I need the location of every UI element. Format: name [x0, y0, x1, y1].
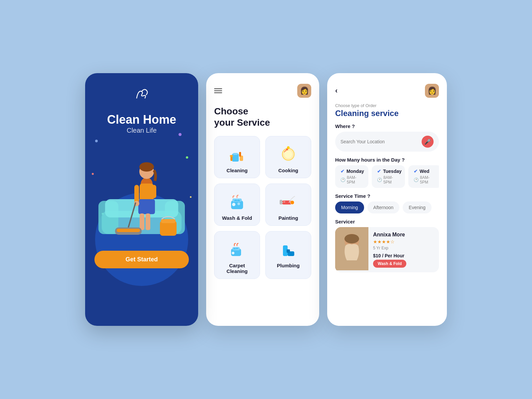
painting-icon: [278, 191, 299, 212]
day-wed: Wed: [420, 169, 429, 174]
back-button[interactable]: ‹: [335, 86, 337, 95]
carpet-icon: [226, 238, 248, 259]
menu-icon[interactable]: [214, 88, 222, 93]
screen2-services: 👩 Choose your Service Cleaning: [206, 73, 319, 326]
app-title: Clean Home: [107, 113, 176, 127]
screen1-splash: Clean Home Clean Life: [85, 73, 198, 326]
plumbing-icon: [278, 238, 299, 259]
cooking-label: Cooking: [278, 168, 298, 173]
svg-rect-16: [117, 229, 140, 232]
svg-point-6: [139, 162, 154, 172]
screen2-header: 👩: [214, 84, 311, 98]
svg-rect-42: [287, 249, 290, 253]
painting-label: Painting: [278, 215, 298, 221]
svg-rect-10: [146, 213, 150, 230]
exp-label: 5 Yr Exp: [373, 246, 406, 250]
hours-section: How Many hours in the Day ? ✔ Monday 🕐 8…: [335, 157, 439, 188]
where-section: Where ? 🎤: [335, 123, 439, 152]
svg-point-39: [232, 252, 234, 254]
day-tuesday: Tuesday: [383, 169, 402, 174]
svg-rect-7: [140, 184, 154, 202]
plumbing-label: Plumbing: [277, 263, 300, 268]
svg-point-36: [283, 201, 285, 203]
order-type-label: Choose type of Order: [335, 103, 439, 108]
order-type-section: Choose type of Order Cleaning service: [335, 103, 439, 118]
svg-rect-29: [232, 199, 242, 202]
avatar: 👩: [297, 84, 311, 98]
app-subtitle: Clean Life: [107, 127, 176, 134]
cleaning-icon: [226, 143, 248, 164]
servicer-card[interactable]: Annixa More ★★★★☆ 5 Yr Exp $10 / Per Hou…: [335, 227, 439, 272]
servicer-info: Annixa More ★★★★☆ 5 Yr Exp $10 / Per Hou…: [373, 227, 410, 272]
day-card-tuesday[interactable]: ✔ Tuesday 🕐 8AM-5PM: [372, 165, 405, 188]
svg-rect-11: [134, 185, 139, 203]
clock-icon: 🕐: [340, 178, 345, 182]
service-card-plumbing[interactable]: Plumbing: [265, 231, 311, 279]
afternoon-button[interactable]: Afternoon: [367, 201, 400, 213]
illustration-area: [94, 138, 189, 244]
order-type-title: Cleaning service: [335, 109, 439, 118]
svg-rect-8: [138, 199, 155, 214]
svg-rect-12: [152, 185, 156, 198]
svg-rect-18: [161, 219, 176, 223]
screens-container: Clean Home Clean Life: [85, 73, 447, 326]
svg-rect-24: [239, 152, 241, 157]
services-grid: Cleaning Cooking: [214, 136, 311, 279]
mic-button[interactable]: 🎤: [422, 136, 434, 148]
title-area: Clean Home Clean Life: [107, 113, 176, 134]
day-monday: Monday: [346, 169, 364, 174]
svg-point-45: [344, 234, 359, 243]
svg-rect-9: [140, 213, 144, 230]
cleaning-label: Cleaning: [226, 168, 247, 173]
servicer-label: Servicer: [335, 219, 439, 224]
check-icon-2: ✔: [377, 169, 381, 174]
time-tags-row: Morning Afternoon Evening: [335, 201, 439, 213]
wash-fold-icon: [226, 191, 248, 212]
evening-button[interactable]: Evening: [403, 201, 432, 213]
stars: ★★★★☆: [373, 239, 406, 244]
servicer-section: Servicer Annixa More ★★★★☆ 5 Yr Exp $10 …: [335, 219, 439, 272]
servicer-photo: [335, 227, 368, 270]
page-title: Choose your Service: [214, 106, 311, 128]
svg-point-22: [230, 155, 233, 157]
location-input-wrap: 🎤: [335, 132, 439, 152]
day-card-wed[interactable]: ✔ Wed 🕐 8AM-5PM: [408, 165, 439, 188]
svg-rect-21: [230, 156, 232, 161]
service-card-cooking[interactable]: Cooking: [265, 136, 311, 178]
service-card-wash-fold[interactable]: Wash & Fold: [214, 184, 260, 226]
svg-point-31: [237, 202, 240, 205]
location-input[interactable]: [340, 139, 418, 144]
svg-point-27: [287, 146, 290, 149]
clock-icon-3: 🕐: [414, 178, 419, 182]
screen3-order: ‹ 👩 Choose type of Order Cleaning servic…: [327, 73, 447, 326]
hours-label: How Many hours in the Day ?: [335, 157, 439, 163]
get-started-button[interactable]: Get Started: [94, 251, 189, 268]
day-card-monday[interactable]: ✔ Monday 🕐 8AM-5PM: [335, 165, 368, 188]
service-card-cleaning[interactable]: Cleaning: [214, 136, 260, 178]
price-label: $10 / Per Hour: [373, 253, 406, 258]
screen3-header: ‹ 👩: [335, 84, 439, 98]
morning-button[interactable]: Morning: [335, 201, 364, 213]
service-time-section: Service Time ? Morning Afternoon Evening: [335, 193, 439, 213]
cooking-icon: [278, 143, 299, 164]
service-card-painting[interactable]: Painting: [265, 184, 311, 226]
check-icon-3: ✔: [414, 169, 418, 174]
service-badge: Wash & Fold: [373, 260, 406, 268]
check-icon: ✔: [340, 169, 344, 174]
days-row: ✔ Monday 🕐 8AM-5PM ✔ Tuesday 🕐: [335, 165, 439, 188]
tuesday-hours: 8AM-5PM: [383, 175, 400, 185]
svg-point-30: [232, 203, 235, 206]
svg-point-26: [284, 150, 292, 158]
svg-point-33: [290, 200, 294, 204]
servicer-name: Annixa More: [373, 232, 406, 238]
service-card-carpet[interactable]: Carpet Cleaning: [214, 231, 260, 279]
monday-hours: 8AM-5PM: [347, 175, 363, 185]
cleaning-illustration: [95, 148, 188, 244]
wash-fold-label: Wash & Fold: [222, 215, 252, 221]
logo-area: [132, 86, 152, 106]
wed-hours: 8AM-5PM: [420, 175, 436, 185]
where-label: Where ?: [335, 123, 439, 129]
clock-icon-2: 🕐: [377, 178, 382, 182]
avatar2: 👩: [425, 84, 439, 98]
logo-icon: [132, 86, 152, 106]
